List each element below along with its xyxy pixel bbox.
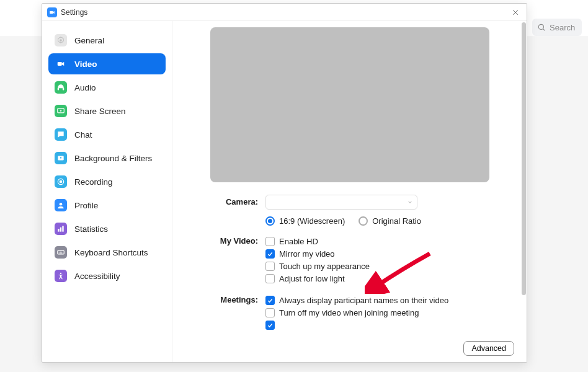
sidebar-item-label: Share Screen	[74, 107, 126, 116]
gear-icon	[55, 34, 67, 46]
window-title: Settings	[61, 8, 87, 17]
close-button[interactable]	[509, 6, 522, 19]
search-icon	[537, 23, 546, 32]
sidebar: GeneralVideoAudioShare ScreenChatBackgro…	[42, 21, 172, 362]
advanced-button[interactable]: Advanced	[463, 341, 514, 356]
sidebar-item-label: Accessibility	[74, 272, 120, 281]
checkbox-label: Mirror my video	[279, 249, 335, 259]
svg-rect-14	[58, 229, 59, 232]
svg-point-4	[60, 39, 62, 42]
titlebar: Settings	[42, 4, 527, 21]
sidebar-item-bg[interactable]: Background & Filters	[48, 148, 166, 169]
radio-icon	[265, 216, 275, 226]
sidebar-item-audio[interactable]: Audio	[48, 77, 166, 98]
sidebar-item-label: Video	[74, 60, 97, 69]
sidebar-item-profile[interactable]: Profile	[48, 195, 166, 216]
svg-rect-17	[58, 250, 65, 254]
settings-window: Settings GeneralVideoAudioShare ScreenCh…	[42, 3, 527, 363]
svg-point-22	[60, 273, 61, 274]
headphones-icon	[55, 81, 67, 94]
accessibility-icon	[55, 270, 67, 282]
checkbox-icon	[265, 321, 275, 330]
checkbox-names[interactable]: Always display participant names on thei…	[265, 296, 508, 305]
search-placeholder: Search	[550, 23, 575, 32]
svg-rect-15	[60, 228, 61, 232]
sidebar-item-accessibility[interactable]: Accessibility	[48, 265, 166, 286]
main-panel: Camera: 16:9 (Widescreen)	[172, 21, 527, 362]
keyboard-icon	[55, 246, 67, 259]
sidebar-item-stats[interactable]: Statistics	[48, 218, 166, 239]
video-preview	[210, 27, 489, 182]
sidebar-item-label: Keyboard Shortcuts	[74, 248, 148, 257]
sidebar-item-label: Audio	[74, 83, 96, 92]
sidebar-item-video[interactable]: Video	[48, 53, 166, 74]
svg-rect-5	[58, 62, 62, 66]
checkbox-icon	[265, 308, 275, 317]
sidebar-item-label: General	[74, 36, 104, 45]
search-input[interactable]: Search	[532, 19, 582, 36]
footer: Advanced	[172, 335, 527, 362]
radio-label: 16:9 (Widescreen)	[279, 216, 345, 226]
svg-rect-6	[58, 88, 59, 91]
checkbox-mirror[interactable]: Mirror my video	[265, 249, 508, 259]
scroll-area: Camera: 16:9 (Widescreen)	[172, 21, 527, 335]
sidebar-item-label: Profile	[74, 201, 98, 210]
checkbox-hidden[interactable]	[265, 321, 508, 330]
statistics-icon	[55, 223, 67, 235]
video-icon	[55, 58, 67, 70]
checkbox-enableHd[interactable]: Enable HD	[265, 237, 508, 246]
svg-point-13	[60, 203, 63, 206]
scrollbar-thumb[interactable]	[522, 22, 526, 295]
svg-point-0	[538, 24, 543, 29]
sidebar-item-label: Background & Filters	[74, 154, 152, 163]
scrollbar[interactable]	[522, 22, 526, 361]
checkbox-label: Touch up my appearance	[279, 262, 370, 271]
checkbox-label: Always display participant names on thei…	[279, 296, 448, 305]
sidebar-item-recording[interactable]: Recording	[48, 171, 166, 192]
aspect-original[interactable]: Original Ratio	[359, 216, 421, 226]
svg-point-10	[60, 157, 61, 158]
svg-line-1	[543, 29, 545, 31]
chat-icon	[55, 128, 67, 141]
checkbox-label: Enable HD	[279, 237, 318, 246]
aspect-widescreen[interactable]: 16:9 (Widescreen)	[265, 216, 345, 226]
checkbox-off[interactable]: Turn off my video when joining meeting	[265, 308, 508, 317]
profile-icon	[55, 199, 67, 211]
radio-icon	[359, 216, 368, 226]
sidebar-item-label: Recording	[74, 177, 113, 187]
svg-point-19	[60, 252, 61, 252]
checkbox-icon	[265, 262, 275, 271]
myvideo-label: My Video:	[191, 234, 265, 286]
checkbox-icon	[265, 296, 275, 305]
sidebar-item-general[interactable]: General	[48, 30, 166, 51]
svg-point-20	[61, 252, 62, 252]
svg-rect-21	[60, 253, 63, 254]
checkbox-icon	[265, 274, 275, 283]
meetings-label: Meetings:	[191, 293, 265, 333]
svg-rect-16	[62, 226, 63, 231]
sidebar-item-share[interactable]: Share Screen	[48, 100, 166, 122]
checkbox-icon	[265, 249, 275, 259]
sidebar-item-label: Statistics	[74, 224, 108, 234]
checkbox-lowlight[interactable]: Adjust for low light	[265, 274, 508, 283]
checkbox-label: Turn off my video when joining meeting	[279, 308, 419, 317]
radio-label: Original Ratio	[372, 216, 421, 226]
checkbox-label: Adjust for low light	[279, 274, 345, 283]
svg-point-18	[59, 252, 60, 252]
chevron-down-icon	[407, 199, 413, 205]
close-icon	[512, 9, 519, 16]
camera-label: Camera:	[191, 195, 265, 229]
record-icon	[55, 175, 67, 188]
sidebar-item-label: Chat	[74, 130, 92, 140]
app-icon	[47, 7, 57, 17]
camera-select[interactable]	[265, 195, 417, 210]
checkbox-touchup[interactable]: Touch up my appearance	[265, 262, 508, 271]
background-icon	[55, 152, 67, 164]
share-screen-icon	[55, 105, 67, 117]
sidebar-item-chat[interactable]: Chat	[48, 124, 166, 145]
svg-rect-7	[63, 88, 64, 91]
checkbox-icon	[265, 237, 275, 246]
svg-point-12	[60, 180, 62, 183]
sidebar-item-shortcuts[interactable]: Keyboard Shortcuts	[48, 242, 166, 263]
